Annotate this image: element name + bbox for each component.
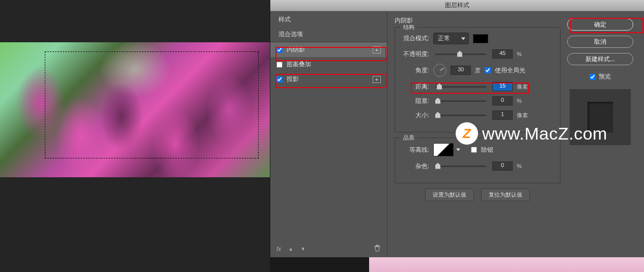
pattern-overlay-checkbox[interactable] (276, 62, 283, 68)
size-unit: 像素 (517, 112, 528, 119)
selection-marquee (45, 51, 259, 158)
angle-unit: 度 (475, 67, 481, 74)
blend-mode-select[interactable]: 正常 (433, 33, 469, 44)
dialog-title: 图层样式 (445, 1, 469, 10)
cancel-button[interactable]: 取消 (567, 36, 633, 48)
contour-label: 等高线: (401, 146, 429, 154)
choke-slider[interactable] (435, 100, 486, 102)
fx-menu-icon[interactable]: fx (276, 246, 281, 253)
contour-picker[interactable] (433, 143, 454, 156)
size-slider[interactable] (435, 115, 486, 116)
blend-mode-label: 混合模式: (401, 34, 429, 43)
size-input[interactable]: 1 (492, 111, 513, 120)
style-label: 投影 (287, 75, 299, 84)
distance-row: 距离: 15 像素 (401, 82, 554, 91)
distance-slider[interactable] (435, 86, 486, 88)
styles-header: 样式 (270, 11, 387, 27)
noise-input[interactable]: 0 (492, 161, 513, 171)
noise-unit: % (517, 163, 522, 169)
add-effect-button[interactable]: + (373, 76, 381, 83)
contour-row: 等高线: 除锯 (401, 143, 554, 156)
styles-panel: 样式 混合选项 内阴影 + 图案叠加 投影 + fx ▲ ▼ (270, 11, 387, 257)
add-effect-button[interactable]: + (373, 46, 381, 53)
blending-options-item[interactable]: 混合选项 (270, 27, 387, 42)
distance-unit: 像素 (517, 83, 528, 91)
style-row-drop-shadow[interactable]: 投影 + (270, 72, 387, 87)
distance-input[interactable]: 15 (492, 82, 513, 91)
noise-slider[interactable] (435, 166, 486, 167)
angle-dial[interactable] (433, 64, 446, 77)
new-style-button[interactable]: 新建样式... (567, 53, 633, 65)
structure-legend: 结构 (400, 23, 417, 31)
canvas-area (0, 0, 270, 272)
background-strip (369, 257, 644, 272)
set-default-button[interactable]: 设置为默认值 (425, 188, 474, 201)
quality-legend: 品质 (400, 134, 417, 142)
styles-footer: fx ▲ ▼ (270, 240, 387, 257)
distance-label: 距离: (401, 83, 429, 91)
structure-fieldset: 结构 混合模式: 正常 不透明度: 45 % 角度: 30 度 (395, 27, 561, 132)
opacity-row: 不透明度: 45 % (401, 49, 554, 59)
angle-input[interactable]: 30 (451, 66, 471, 75)
opacity-input[interactable]: 45 (492, 49, 513, 59)
default-buttons-row: 设置为默认值 复位为默认值 (395, 188, 561, 201)
size-row: 大小: 1 像素 (401, 111, 554, 120)
antialias-checkbox[interactable] (471, 147, 477, 153)
choke-label: 阻塞: (401, 97, 429, 105)
preview-checkbox[interactable] (590, 74, 596, 80)
dialog-titlebar[interactable]: 图层样式 (270, 0, 644, 11)
noise-row: 杂色: 0 % (401, 161, 554, 171)
section-title: 内阴影 (395, 16, 561, 25)
settings-panel: 内阴影 结构 混合模式: 正常 不透明度: 45 % 角度: 30 (387, 11, 563, 257)
blend-mode-row: 混合模式: 正常 (401, 33, 554, 44)
antialias-label: 除锯 (481, 146, 493, 154)
style-row-inner-shadow[interactable]: 内阴影 + (270, 42, 387, 57)
move-down-icon[interactable]: ▼ (300, 246, 305, 252)
noise-label: 杂色: (401, 162, 429, 171)
preview-inner (587, 102, 613, 132)
angle-label: 角度: (401, 66, 429, 75)
choke-input[interactable]: 0 (492, 96, 513, 105)
style-row-pattern-overlay[interactable]: 图案叠加 (270, 57, 387, 72)
ok-button[interactable]: 确定 (567, 18, 633, 31)
quality-fieldset: 品质 等高线: 除锯 杂色: 0 % (395, 138, 561, 183)
opacity-unit: % (517, 51, 522, 57)
trash-icon[interactable] (374, 244, 381, 253)
size-label: 大小: (401, 111, 429, 120)
global-light-checkbox[interactable] (485, 67, 491, 73)
layer-style-dialog: 图层样式 样式 混合选项 内阴影 + 图案叠加 投影 + fx ▲ ▼ (270, 0, 644, 257)
angle-row: 角度: 30 度 使用全局光 (401, 64, 554, 77)
preview-thumbnail (570, 89, 631, 145)
global-light-label: 使用全局光 (495, 66, 525, 75)
inner-shadow-checkbox[interactable] (276, 47, 283, 53)
move-up-icon[interactable]: ▲ (288, 246, 293, 252)
right-buttons-panel: 确定 取消 新建样式... 预览 (563, 11, 644, 257)
opacity-slider[interactable] (435, 53, 486, 55)
opacity-label: 不透明度: (401, 50, 429, 59)
shadow-color-swatch[interactable] (473, 34, 488, 43)
choke-row: 阻塞: 0 % (401, 96, 554, 105)
reset-default-button[interactable]: 复位为默认值 (481, 188, 530, 201)
preview-row: 预览 (590, 72, 611, 81)
style-label: 内阴影 (287, 45, 305, 54)
preview-label: 预览 (599, 72, 611, 81)
style-label: 图案叠加 (287, 60, 311, 69)
drop-shadow-checkbox[interactable] (276, 76, 283, 83)
choke-unit: % (517, 98, 522, 104)
